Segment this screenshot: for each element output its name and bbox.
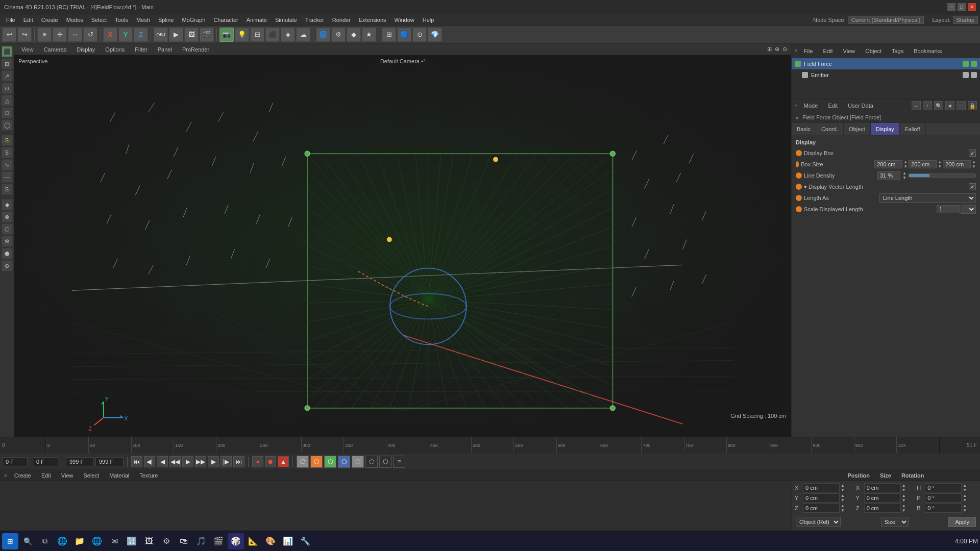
menu-tracker[interactable]: Tracker (301, 16, 328, 24)
toolbar-floor[interactable]: ⊟ (250, 28, 264, 42)
vp-display-btn[interactable]: Display (74, 45, 98, 54)
vp-options-btn[interactable]: Options (102, 45, 128, 54)
taskbar-music[interactable]: 🎵 (193, 533, 209, 549)
length-as-circle[interactable] (796, 195, 802, 201)
playback-icon6[interactable]: ⬡ (365, 456, 378, 468)
attr-back-btn[interactable]: ← (912, 101, 921, 110)
vp-prorender-btn[interactable]: ProRender (179, 45, 212, 54)
menu-spline[interactable]: Spline (154, 16, 178, 24)
tab-display[interactable]: Display (871, 123, 900, 135)
left-tool-oval[interactable]: ◯ (2, 119, 13, 131)
toolbar-grid[interactable]: ⊞ (382, 28, 396, 42)
display-box-checkbox[interactable] (969, 149, 976, 157)
menu-window[interactable]: Window (390, 16, 419, 24)
menu-simulate[interactable]: Simulate (271, 16, 301, 24)
taskbar-calc[interactable]: 🔢 (124, 533, 140, 549)
playback-icon2[interactable]: ⬡ (310, 456, 323, 468)
taskbar-app5[interactable]: 🔧 (297, 533, 313, 549)
obj-emitter[interactable]: Emitter (792, 69, 980, 81)
obj-file-btn[interactable]: File (800, 47, 817, 55)
menu-animate[interactable]: Animate (242, 16, 271, 24)
toolbar-x-axis[interactable]: X (103, 28, 117, 42)
left-tool-star[interactable]: ✻ (2, 236, 13, 247)
attr-bookmark-btn[interactable]: ★ (945, 101, 954, 110)
vp-filter-btn[interactable]: Filter (132, 45, 150, 54)
line-density-spin[interactable]: ▲▼ (902, 171, 906, 180)
line-density-value[interactable] (877, 171, 900, 180)
size-x-input[interactable] (864, 483, 901, 492)
box-size-z[interactable] (943, 160, 971, 168)
vp-icon2[interactable]: ⊕ (775, 46, 779, 53)
rot-b-spin[interactable]: ▲▼ (963, 504, 967, 513)
menu-mesh[interactable]: Mesh (132, 16, 154, 24)
left-tool-cross[interactable]: ⊗ (2, 211, 13, 222)
display-vector-circle[interactable] (796, 184, 802, 190)
scale-length-unit[interactable] (961, 205, 976, 214)
taskbar-explorer[interactable]: 📁 (71, 533, 88, 549)
scale-length-value[interactable] (937, 205, 960, 213)
coord-mode-select[interactable]: Object (Rel) Object (Abs) World (796, 517, 841, 527)
playback-end-frame[interactable] (66, 457, 94, 466)
toolbar-mode-extra[interactable]: ⊙ (412, 28, 427, 42)
emitter-vis2[interactable] (971, 72, 977, 78)
display-vector-checkbox[interactable] (969, 183, 976, 190)
taskbar-video[interactable]: 🎬 (210, 533, 227, 549)
left-tool-square[interactable]: □ (2, 107, 13, 118)
menu-create[interactable]: Create (37, 16, 62, 24)
left-tool-pointer[interactable]: ⬛ (2, 46, 13, 57)
mat-select-btn[interactable]: Select (81, 471, 103, 480)
toolbar-bg[interactable]: ⬛ (265, 28, 280, 42)
size-z-spin[interactable]: ▲▼ (902, 504, 906, 513)
left-tool-move[interactable]: ⊞ (2, 58, 13, 69)
tab-basic[interactable]: Basic (792, 123, 816, 135)
left-tool-triangle[interactable]: △ (2, 95, 13, 106)
toolbar-z-axis[interactable]: Z (134, 28, 148, 42)
tab-falloff[interactable]: Falloff (900, 123, 926, 135)
playback-next-key[interactable]: |▶ (220, 456, 232, 467)
box-size-z-spin[interactable]: ▲▼ (972, 160, 976, 169)
node-space-value[interactable]: Current (Standard/Physical) (848, 16, 924, 24)
left-tool-dollar[interactable]: $ (2, 147, 13, 158)
obj-bookmarks-btn[interactable]: Bookmarks (910, 47, 946, 55)
vp-view-btn[interactable]: View (18, 45, 37, 54)
menu-file[interactable]: File (2, 16, 19, 24)
playback-icon4[interactable]: ⬡ (338, 456, 350, 468)
box-size-y[interactable] (909, 160, 937, 168)
taskbar-start[interactable]: ⊞ (2, 533, 18, 549)
playback-max-frame[interactable] (95, 457, 124, 466)
playback-play[interactable]: ▶ (182, 456, 193, 467)
menu-modes[interactable]: Modes (62, 16, 87, 24)
playback-last-frame[interactable]: ⏭ (233, 456, 244, 467)
scale-length-circle[interactable] (796, 206, 802, 212)
playback-prev-frame[interactable]: ◀ (157, 456, 168, 467)
vp-cameras-btn[interactable]: Cameras (41, 45, 70, 54)
toolbar-scale[interactable]: ↔ (68, 28, 82, 42)
vp-icon3[interactable]: ⊙ (782, 46, 787, 53)
taskbar-app4[interactable]: 📊 (280, 533, 296, 549)
toolbar-y-axis[interactable]: Y (118, 28, 133, 42)
playback-play-forward[interactable]: ▶▶ (195, 456, 206, 467)
left-tool-s1[interactable]: S (2, 135, 13, 146)
playback-play-reverse[interactable]: ◀◀ (169, 456, 181, 467)
left-tool-s2[interactable]: S (2, 184, 13, 195)
box-size-x[interactable] (874, 160, 902, 168)
length-as-select[interactable]: Line Length Actual Length (879, 193, 976, 203)
toolbar-spline[interactable]: 🌀 (316, 28, 330, 42)
mat-texture-btn[interactable]: Texture (136, 471, 161, 480)
playback-icon5[interactable]: ⬡ (352, 456, 364, 468)
playback-icon8[interactable]: ≡ (393, 456, 405, 468)
maximize-button[interactable]: □ (958, 3, 966, 11)
menu-render[interactable]: Render (328, 16, 355, 24)
toolbar-move[interactable]: ✛ (53, 28, 67, 42)
menu-edit[interactable]: Edit (19, 16, 37, 24)
obj-tags-btn[interactable]: Tags (888, 47, 908, 55)
toolbar-effector[interactable]: ★ (362, 28, 376, 42)
toolbar-enviro[interactable]: ◈ (281, 28, 295, 42)
size-z-input[interactable] (864, 504, 901, 513)
mat-view-btn[interactable]: View (58, 471, 77, 480)
size-y-input[interactable] (864, 493, 901, 503)
attr-userdata-btn[interactable]: User Data (844, 102, 877, 110)
menu-character[interactable]: Character (209, 16, 242, 24)
taskbar-edge[interactable]: 🌐 (54, 533, 70, 549)
obj-field-force[interactable]: Field Force (792, 58, 980, 69)
